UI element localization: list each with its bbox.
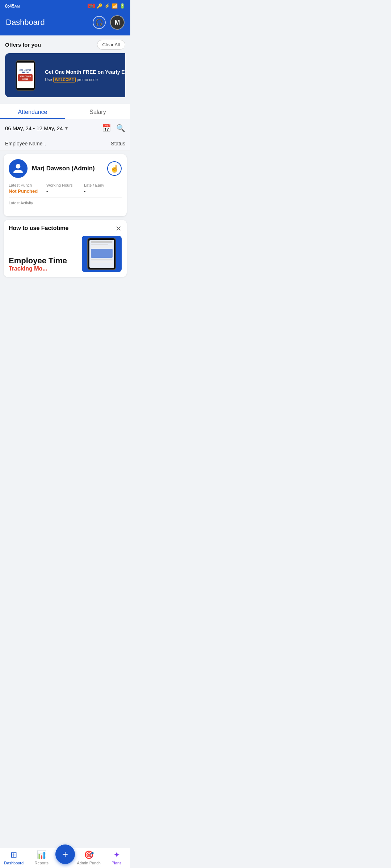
offers-title: Offers for you	[5, 42, 41, 48]
employee-stats: Latest Punch Not Punched Working Hours -…	[9, 183, 122, 194]
support-button[interactable]: 🎧	[93, 16, 106, 29]
calendar-icon[interactable]: 📅	[102, 124, 111, 132]
how-to-title: How to use Factotime	[9, 225, 68, 231]
wifi-icon: 📶	[112, 3, 118, 9]
employee-avatar	[9, 159, 28, 178]
working-hours-label: Working Hours	[46, 183, 84, 187]
how-to-phone-image	[82, 236, 122, 272]
offer-main-text: Get One Month FREE on Yearly Elite Plan	[45, 69, 125, 75]
close-button[interactable]: ✕	[115, 225, 122, 232]
offer-promo: Use WELCOME promo code	[45, 77, 125, 82]
date-range-label: 06 May, 24 - 12 May, 24	[5, 125, 63, 131]
employee-card: Marj Dawson (Admin) ☝ Latest Punch Not P…	[4, 154, 127, 216]
latest-activity-label: Latest Activity	[9, 201, 122, 205]
offers-scroll: FOR LIMITED PERIOD WELCOME OFFER Get One…	[5, 53, 125, 101]
late-early-value: -	[84, 188, 122, 194]
badge-offer: OFFER	[20, 78, 31, 80]
column-employee-name[interactable]: Employee Name ↓	[5, 141, 46, 146]
sort-down-icon: ↓	[44, 141, 47, 146]
phone-inner	[87, 238, 116, 270]
how-to-header: How to use Factotime ✕	[9, 225, 122, 232]
status-icons: 📹 🔑 ⚡ 📶 🔋	[88, 3, 125, 9]
how-to-sub-text: Tracking Mo...	[9, 265, 78, 272]
key-icon: 🔑	[97, 3, 102, 9]
bluetooth-icon: ⚡	[104, 3, 110, 9]
header-icons: 🎧 M	[93, 15, 125, 30]
employee-name: Marj Dawson (Admin)	[32, 165, 103, 172]
latest-activity-section: Latest Activity -	[9, 197, 122, 211]
latest-activity-value: -	[9, 206, 122, 211]
touch-icon: ☝	[110, 164, 119, 173]
date-range-bar: 06 May, 24 - 12 May, 24 ▾ 📅 🔍	[0, 119, 130, 137]
how-to-big-text: Employee Time	[9, 256, 78, 265]
offers-section: Offers for you Clear All FOR LIMITED PER…	[0, 35, 130, 101]
offer-text: Get One Month FREE on Yearly Elite Plan …	[45, 69, 125, 82]
status-time: 8:45AM	[5, 3, 20, 9]
stat-late-early: Late / Early -	[84, 183, 122, 194]
video-icon: 📹	[88, 4, 95, 8]
welcome-badge: WELCOME OFFER	[18, 74, 32, 81]
late-early-label: Late / Early	[84, 183, 122, 187]
clear-all-button[interactable]: Clear All	[97, 40, 125, 50]
headset-icon: 🎧	[95, 18, 103, 26]
tab-attendance[interactable]: Attendance	[0, 104, 65, 119]
offers-header: Offers for you Clear All	[5, 40, 125, 50]
date-range-selector[interactable]: 06 May, 24 - 12 May, 24 ▾	[5, 125, 68, 131]
badge-line1: FOR LIMITED PERIOD	[18, 69, 33, 73]
offer-card-1[interactable]: FOR LIMITED PERIOD WELCOME OFFER Get One…	[5, 53, 125, 97]
badge-welcome: WELCOME	[20, 75, 31, 78]
tabs-container: Attendance Salary	[0, 104, 130, 119]
person-icon	[12, 163, 24, 174]
stat-working-hours: Working Hours -	[46, 183, 84, 194]
phone-screen	[89, 240, 114, 268]
working-hours-value: -	[46, 188, 84, 194]
touch-button[interactable]: ☝	[107, 161, 122, 176]
header: Dashboard 🎧 M	[0, 12, 130, 35]
how-to-content: Employee Time Tracking Mo...	[9, 236, 122, 272]
page-title: Dashboard	[6, 18, 45, 27]
avatar[interactable]: M	[110, 15, 125, 30]
latest-punch-label: Latest Punch	[9, 183, 46, 187]
search-icon[interactable]: 🔍	[116, 124, 125, 132]
how-to-card: How to use Factotime ✕ Employee Time Tra…	[4, 220, 127, 277]
table-header: Employee Name ↓ Status	[0, 137, 130, 150]
promo-code: WELCOME	[53, 77, 76, 82]
chevron-down-icon: ▾	[65, 125, 68, 131]
avatar-letter: M	[115, 19, 120, 26]
status-bar: 8:45AM 📹 🔑 ⚡ 📶 🔋	[0, 0, 130, 12]
stat-latest-punch: Latest Punch Not Punched	[9, 183, 46, 194]
how-to-text-area: Employee Time Tracking Mo...	[9, 256, 78, 272]
latest-punch-value: Not Punched	[9, 188, 46, 194]
battery-icon: 🔋	[119, 3, 125, 9]
offer-phone-image: FOR LIMITED PERIOD WELCOME OFFER	[11, 59, 40, 92]
column-status: Status	[111, 141, 125, 146]
date-action-icons: 📅 🔍	[102, 124, 125, 132]
tab-salary[interactable]: Salary	[65, 104, 130, 119]
employee-card-header: Marj Dawson (Admin) ☝	[9, 159, 122, 178]
